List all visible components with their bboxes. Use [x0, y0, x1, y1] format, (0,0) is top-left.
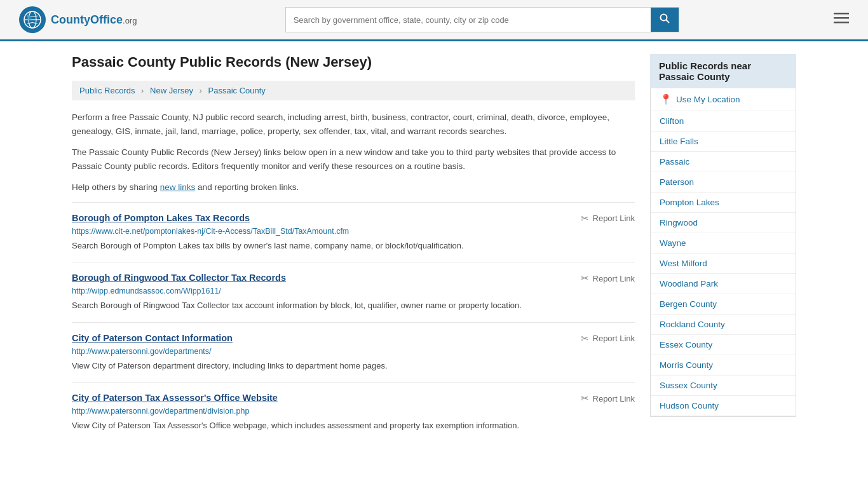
sidebar-items-container: CliftonLittle FallsPassaicPatersonPompto… — [651, 111, 796, 416]
sidebar-item-link-9[interactable]: Bergen County — [660, 299, 717, 309]
search-input[interactable] — [286, 10, 651, 30]
sidebar-item-link-8[interactable]: Woodland Park — [660, 279, 718, 288]
record-desc: Search Borough of Pompton Lakes tax bill… — [72, 240, 635, 252]
record-entry: Borough of Ringwood Tax Collector Tax Re… — [72, 262, 635, 322]
sidebar-item-link-2[interactable]: Passaic — [660, 157, 689, 166]
sidebar: Public Records near Passaic County 📍 Use… — [650, 54, 796, 442]
description-3-post: and reporting broken links. — [195, 182, 299, 192]
sidebar-item: Wayne — [651, 233, 796, 254]
report-link-label: Report Link — [593, 214, 635, 223]
report-link-label: Report Link — [593, 274, 635, 283]
logo-area: CountyOffice.org — [19, 6, 137, 33]
report-link-button[interactable]: ✂ Report Link — [581, 213, 635, 224]
sidebar-item-link-6[interactable]: Wayne — [660, 238, 686, 248]
site-header: CountyOffice.org — [0, 0, 868, 41]
record-title[interactable]: City of Paterson Contact Information — [72, 333, 233, 343]
sidebar-item-link-13[interactable]: Sussex County — [660, 381, 717, 390]
content-area: Passaic County Public Records (New Jerse… — [72, 54, 635, 442]
header-right — [827, 10, 849, 29]
sidebar-item: Little Falls — [651, 132, 796, 152]
svg-rect-7 — [834, 17, 849, 19]
record-url: http://www.patersonni.gov/departments/ — [72, 347, 635, 356]
record-header: City of Paterson Tax Assessor's Office W… — [72, 393, 635, 404]
sidebar-item-link-12[interactable]: Morris County — [660, 360, 713, 370]
main-container: Passaic County Public Records (New Jerse… — [53, 41, 815, 455]
sidebar-item-link-11[interactable]: Essex County — [660, 340, 712, 349]
record-desc: View City of Paterson department directo… — [72, 360, 635, 372]
hamburger-button[interactable] — [834, 10, 849, 29]
sidebar-item: Ringwood — [651, 213, 796, 233]
report-icon: ✂ — [581, 213, 589, 224]
record-header: City of Paterson Contact Information ✂ R… — [72, 333, 635, 344]
sidebar-item: West Milford — [651, 254, 796, 274]
svg-rect-6 — [834, 13, 849, 15]
search-bar — [285, 7, 679, 32]
sidebar-item-link-0[interactable]: Clifton — [660, 116, 684, 126]
breadcrumb-sep-1: › — [141, 86, 144, 95]
breadcrumb-public-records[interactable]: Public Records — [79, 86, 135, 95]
svg-point-3 — [27, 16, 32, 20]
sidebar-item: Hudson County — [651, 396, 796, 416]
sidebar-list: 📍 Use My Location CliftonLittle FallsPas… — [650, 88, 796, 417]
search-button[interactable] — [651, 8, 679, 32]
record-entry: City of Paterson Tax Assessor's Office W… — [72, 382, 635, 442]
record-header: Borough of Pompton Lakes Tax Records ✂ R… — [72, 213, 635, 224]
sidebar-item-link-3[interactable]: Paterson — [660, 177, 694, 187]
record-desc: View City of Paterson Tax Assessor's Off… — [72, 419, 635, 432]
logo-text: CountyOffice.org — [51, 13, 137, 27]
sidebar-item: Clifton — [651, 111, 796, 132]
sidebar-item-link-4[interactable]: Pompton Lakes — [660, 198, 719, 207]
report-link-button[interactable]: ✂ Report Link — [581, 273, 635, 284]
report-link-button[interactable]: ✂ Report Link — [581, 393, 635, 404]
sidebar-item: Woodland Park — [651, 274, 796, 294]
sidebar-item: Essex County — [651, 335, 796, 355]
svg-rect-8 — [834, 22, 849, 24]
sidebar-item-link-10[interactable]: Rockland County — [660, 320, 725, 329]
record-url: https://www.cit-e.net/pomptonlakes-nj/Ci… — [72, 227, 635, 236]
record-entry: Borough of Pompton Lakes Tax Records ✂ R… — [72, 202, 635, 262]
sidebar-item-link-7[interactable]: West Milford — [660, 259, 707, 268]
sidebar-header: Public Records near Passaic County — [650, 54, 796, 88]
breadcrumb: Public Records › New Jersey › Passaic Co… — [72, 81, 635, 100]
record-entry: City of Paterson Contact Information ✂ R… — [72, 322, 635, 383]
sidebar-item: Sussex County — [651, 376, 796, 396]
report-link-button[interactable]: ✂ Report Link — [581, 333, 635, 344]
description-3: Help others by sharing new links and rep… — [72, 180, 635, 194]
description-3-pre: Help others by sharing — [72, 182, 160, 192]
breadcrumb-new-jersey[interactable]: New Jersey — [150, 86, 193, 95]
new-links-link[interactable]: new links — [160, 182, 196, 192]
report-link-label: Report Link — [593, 394, 635, 403]
svg-line-5 — [666, 20, 669, 24]
description-2: The Passaic County Public Records (New J… — [72, 146, 635, 173]
sidebar-item: Passaic — [651, 152, 796, 172]
page-title: Passaic County Public Records (New Jerse… — [72, 54, 635, 71]
sidebar-item: Rockland County — [651, 315, 796, 335]
record-list: Borough of Pompton Lakes Tax Records ✂ R… — [72, 202, 635, 442]
sidebar-item: Bergen County — [651, 294, 796, 315]
sidebar-item: Morris County — [651, 355, 796, 376]
sidebar-item-link-5[interactable]: Ringwood — [660, 218, 698, 227]
breadcrumb-sep-2: › — [200, 86, 202, 95]
sidebar-use-location[interactable]: 📍 Use My Location — [651, 88, 796, 111]
sidebar-item: Pompton Lakes — [651, 193, 796, 213]
report-icon: ✂ — [581, 333, 589, 344]
sidebar-item: Paterson — [651, 172, 796, 193]
use-location-link[interactable]: Use My Location — [676, 95, 740, 104]
record-desc: Search Borough of Ringwood Tax Collector… — [72, 299, 635, 312]
logo-icon — [19, 6, 46, 33]
record-url: http://www.patersonni.gov/department/div… — [72, 407, 635, 416]
svg-point-4 — [660, 15, 667, 21]
sidebar-item-link-14[interactable]: Hudson County — [660, 401, 719, 410]
report-icon: ✂ — [581, 393, 589, 404]
description-1: Perform a free Passaic County, NJ public… — [72, 111, 635, 138]
sidebar-item-link-1[interactable]: Little Falls — [660, 137, 698, 146]
location-pin-icon: 📍 — [660, 93, 672, 105]
record-url: http://wipp.edmundsassoc.com/Wipp1611/ — [72, 287, 635, 295]
report-icon: ✂ — [581, 273, 589, 284]
record-title[interactable]: Borough of Ringwood Tax Collector Tax Re… — [72, 273, 286, 283]
breadcrumb-passaic-county[interactable]: Passaic County — [208, 86, 266, 95]
report-link-label: Report Link — [593, 334, 635, 343]
record-title[interactable]: Borough of Pompton Lakes Tax Records — [72, 213, 250, 223]
record-title[interactable]: City of Paterson Tax Assessor's Office W… — [72, 393, 278, 403]
record-header: Borough of Ringwood Tax Collector Tax Re… — [72, 273, 635, 284]
